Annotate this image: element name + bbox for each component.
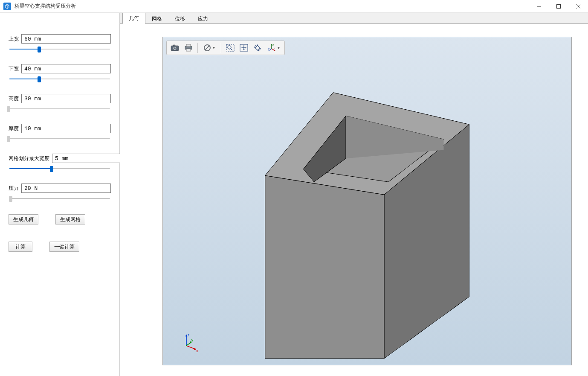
svg-rect-11 xyxy=(186,49,191,51)
screenshot-button[interactable] xyxy=(168,42,181,54)
svg-text:y: y xyxy=(191,338,194,342)
param-label: 压力 xyxy=(9,185,19,192)
svg-line-17 xyxy=(231,49,232,50)
visibility-dropdown[interactable]: ▼ xyxy=(200,42,218,54)
rotate-button[interactable] xyxy=(251,42,264,54)
tab-mesh[interactable]: 网格 xyxy=(145,13,168,24)
param-label: 厚度 xyxy=(9,125,19,132)
tab-geometry[interactable]: 几何 xyxy=(122,13,145,24)
zoom-extents-button[interactable] xyxy=(224,42,237,54)
pressure-input[interactable] xyxy=(21,184,111,193)
height-slider[interactable] xyxy=(9,106,111,112)
close-button[interactable] xyxy=(568,0,588,13)
param-top-width: 上宽 xyxy=(9,34,111,52)
tab-displacement[interactable]: 位移 xyxy=(168,13,191,24)
axis-icon: z x y xyxy=(267,44,276,52)
svg-text:y: y xyxy=(268,47,269,50)
titlebar: 桥梁空心支撑结构受压分析 xyxy=(0,0,588,13)
print-button[interactable] xyxy=(182,42,195,54)
svg-rect-6 xyxy=(173,45,175,46)
viewport-3d[interactable]: ▼ xyxy=(162,37,572,365)
axis-view-dropdown[interactable]: z x y ▼ xyxy=(265,42,283,54)
one-click-compute-button[interactable]: 一键计算 xyxy=(49,242,79,252)
param-height: 高度 xyxy=(9,94,111,112)
mesh-max-width-input[interactable] xyxy=(52,154,126,163)
disable-icon xyxy=(203,44,211,52)
height-input[interactable] xyxy=(21,94,111,103)
svg-text:z: z xyxy=(188,333,189,337)
chevron-down-icon: ▼ xyxy=(277,46,281,50)
param-thickness: 厚度 xyxy=(9,124,111,142)
bottom-width-slider[interactable] xyxy=(9,76,111,82)
generate-geometry-button[interactable]: 生成几何 xyxy=(9,214,38,224)
svg-rect-19 xyxy=(255,45,260,50)
zoom-window-icon xyxy=(226,44,235,52)
pan-icon xyxy=(240,44,248,52)
param-label: 下宽 xyxy=(9,65,19,73)
svg-rect-10 xyxy=(186,44,191,47)
thickness-slider[interactable] xyxy=(9,136,111,142)
svg-text:x: x xyxy=(274,47,275,50)
svg-marker-26 xyxy=(265,175,384,359)
param-pressure: 压力 xyxy=(9,184,111,201)
generate-mesh-button[interactable]: 生成网格 xyxy=(55,214,85,224)
param-mesh-max-width: 网格划分最大宽度 xyxy=(9,154,111,172)
rotate-icon xyxy=(253,44,262,52)
tab-stress[interactable]: 应力 xyxy=(191,13,214,24)
window-title: 桥梁空心支撑结构受压分析 xyxy=(14,3,76,10)
top-width-input[interactable] xyxy=(21,34,111,44)
svg-rect-2 xyxy=(557,4,561,8)
toolbar-separator xyxy=(197,43,198,53)
svg-point-16 xyxy=(228,46,231,49)
param-bottom-width: 下宽 xyxy=(9,64,111,82)
top-width-slider[interactable] xyxy=(9,46,111,52)
pressure-slider[interactable] xyxy=(9,195,111,201)
svg-text:z: z xyxy=(272,44,274,46)
mesh-max-width-slider[interactable] xyxy=(9,166,111,172)
param-label: 上宽 xyxy=(9,35,19,43)
chevron-down-icon: ▼ xyxy=(212,46,216,50)
printer-icon xyxy=(184,44,193,52)
content-area: 几何 网格 位移 应力 xyxy=(120,13,588,376)
viewport-panel: ▼ xyxy=(120,24,588,376)
compute-button[interactable]: 计算 xyxy=(9,242,32,252)
geometry-render xyxy=(163,54,571,365)
viewport-toolbar: ▼ xyxy=(166,41,285,55)
thickness-input[interactable] xyxy=(21,124,111,133)
axis-triad: z x y xyxy=(180,331,201,352)
app-icon xyxy=(3,3,11,10)
svg-line-35 xyxy=(186,346,196,349)
param-label: 高度 xyxy=(9,95,19,102)
sidebar: 上宽 下宽 高度 xyxy=(0,13,120,376)
pan-button[interactable] xyxy=(238,42,250,54)
svg-point-8 xyxy=(174,47,176,49)
svg-text:x: x xyxy=(196,349,198,352)
minimize-button[interactable] xyxy=(529,0,549,13)
param-label: 网格划分最大宽度 xyxy=(9,155,49,162)
svg-line-14 xyxy=(205,46,209,50)
tabs: 几何 网格 位移 应力 xyxy=(120,13,588,24)
camera-icon xyxy=(171,44,179,51)
toolbar-separator xyxy=(221,43,221,53)
bottom-width-input[interactable] xyxy=(21,64,111,73)
svg-point-12 xyxy=(191,47,191,47)
maximize-button[interactable] xyxy=(549,0,568,13)
